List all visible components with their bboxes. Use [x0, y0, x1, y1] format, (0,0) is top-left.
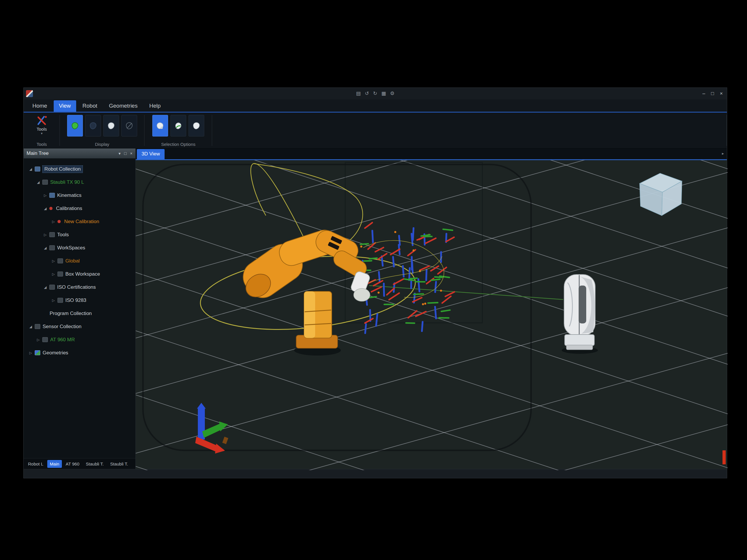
tree-expander-icon[interactable]: ◢	[42, 285, 48, 289]
tree-expander-icon[interactable]: ▷	[35, 338, 41, 342]
panel-close-icon[interactable]: ×	[130, 151, 132, 156]
kinematics-icon	[49, 193, 55, 198]
reference-cube-model[interactable]	[640, 173, 682, 216]
panel-pin-icon[interactable]: □	[124, 151, 126, 156]
tree-item-at960-mr[interactable]: ▷ AT 960 MR	[24, 333, 135, 346]
tab-help[interactable]: Help	[144, 100, 166, 112]
tree-item-global[interactable]: ▷ Global	[24, 254, 135, 267]
application-window: ▤ ↺ ↻ ▦ ⚙ – □ × Home View Robot Geometri…	[23, 87, 727, 478]
minimize-button[interactable]: –	[702, 91, 705, 97]
app-logo-icon	[26, 90, 33, 97]
tree-item-new-calibration[interactable]: ▷ New Calibration	[24, 215, 135, 228]
sidebar-tab-main[interactable]: Main	[47, 460, 62, 468]
tree-expander-icon[interactable]: ▷	[42, 233, 48, 237]
tree-item-kinematics[interactable]: ▷ Kinematics	[24, 189, 135, 202]
tree-item-geometries[interactable]: ▷ Geometries	[24, 346, 135, 359]
3d-viewport[interactable]	[136, 160, 727, 469]
quick-access-icon-2[interactable]: ↺	[365, 90, 369, 97]
maximize-button[interactable]: □	[711, 91, 714, 97]
main-tree-panel: Main Tree ▾ □ × ◢ Robot Collection ◢ Sta…	[24, 149, 136, 469]
sidebar-tab-staubli-2[interactable]: Staubli T.	[107, 460, 130, 468]
tree-item-sensor-collection[interactable]: ◢ Sensor Collection	[24, 320, 135, 333]
ribbon-empty-space	[212, 113, 727, 148]
tree-item-iso-9283[interactable]: ▷ ISO 9283	[24, 294, 135, 307]
tree-item-workspaces[interactable]: ◢ WorkSpaces	[24, 241, 135, 254]
shaded-mode-icon	[106, 121, 116, 131]
close-button[interactable]: ×	[720, 91, 723, 97]
robot-icon	[42, 180, 48, 185]
tab-home[interactable]: Home	[27, 100, 53, 112]
tree-expander-icon[interactable]: ▷	[50, 259, 56, 263]
hidden-line-mode-icon	[124, 121, 134, 131]
tree-expander-icon[interactable]: ◢	[28, 325, 33, 329]
workspace-icon	[57, 259, 63, 263]
workspace-icon	[57, 271, 63, 276]
tree-item-iso-certifications[interactable]: ◢ ISO Certifications	[24, 281, 135, 294]
tab-geometries[interactable]: Geometries	[104, 100, 143, 112]
sensor-collection-icon	[35, 324, 40, 329]
certification-icon	[57, 298, 63, 303]
panel-menu-icon[interactable]: ▾	[119, 151, 121, 156]
tab-view[interactable]: View	[54, 100, 76, 112]
display-wireframe-button[interactable]	[85, 115, 101, 136]
sidebar-tab-at960[interactable]: AT 960	[63, 460, 82, 468]
calibration-icon	[49, 207, 53, 210]
tools-folder-icon	[49, 232, 55, 237]
calibration-pose-cloud	[358, 222, 454, 333]
robot-collection-icon	[35, 166, 40, 171]
tree-item-calibrations[interactable]: ◢ Calibrations	[24, 202, 135, 215]
laser-beam-line	[369, 286, 563, 299]
quick-access-icon-5[interactable]: ⚙	[390, 90, 394, 97]
select-points-button[interactable]	[188, 115, 204, 136]
workspaces-icon	[49, 245, 55, 250]
tree-expander-icon[interactable]: ◢	[42, 207, 48, 211]
calibration-icon	[57, 220, 61, 223]
tools-button[interactable]: Tools ▾	[31, 114, 53, 135]
quick-access-icon-4[interactable]: ▦	[381, 90, 386, 97]
tree-expander-icon[interactable]: ▷	[50, 272, 56, 276]
tree-item-program-collection[interactable]: Program Collection	[24, 307, 135, 320]
viewport-alert-marker	[722, 450, 726, 464]
select-frames-button[interactable]	[171, 115, 186, 136]
render-mode-icon	[70, 121, 80, 131]
quick-access-toolbar: ▤ ↺ ↻ ▦ ⚙	[356, 90, 394, 97]
crossed-tools-icon	[36, 115, 48, 127]
tree-expander-icon[interactable]: ▷	[50, 298, 56, 302]
tab-overflow-icon[interactable]: ▸	[722, 151, 724, 156]
tab-robot[interactable]: Robot	[77, 100, 103, 112]
tree-expander-icon[interactable]: ▷	[50, 220, 56, 224]
certification-icon	[49, 285, 55, 290]
quick-access-icon-1[interactable]: ▤	[356, 90, 361, 97]
select-parts-icon	[155, 121, 165, 131]
tree-item-box-workspace[interactable]: ▷ Box Workspace	[24, 267, 135, 281]
select-frames-icon	[173, 121, 183, 131]
wireframe-mode-icon	[88, 121, 98, 131]
display-shaded-button[interactable]	[103, 115, 119, 136]
tab-3d-view[interactable]: 3D View	[137, 149, 164, 159]
ribbon-group-display: Display	[60, 113, 145, 148]
tree-item-tools[interactable]: ▷ Tools	[24, 228, 135, 241]
sidebar-tab-staubli-1[interactable]: Staubli T.	[83, 460, 106, 468]
sidebar-tab-robot-l[interactable]: Robot L	[25, 460, 46, 468]
tree-expander-icon[interactable]: ◢	[35, 180, 41, 184]
ribbon-group-tools: Tools ▾ Tools	[24, 113, 60, 148]
tree-expander-icon[interactable]: ▷	[28, 351, 33, 355]
title-bar: ▤ ↺ ↻ ▦ ⚙ – □ ×	[24, 88, 727, 100]
tree-expander-icon[interactable]: ◢	[42, 246, 48, 250]
ribbon: Tools ▾ Tools	[24, 113, 727, 149]
status-bar	[24, 469, 727, 478]
display-hidden-line-button[interactable]	[121, 115, 137, 136]
tree-expander-icon[interactable]: ▷	[42, 193, 48, 197]
panel-title: Main Tree	[27, 151, 49, 156]
tree-item-robot-collection[interactable]: ◢ Robot Collection	[24, 162, 135, 176]
ribbon-tab-bar: Home View Robot Geometries Help	[24, 100, 727, 112]
tree-expander-icon[interactable]: ◢	[28, 167, 33, 171]
laser-tracker-model[interactable]	[562, 274, 598, 354]
select-parts-button[interactable]	[152, 115, 168, 136]
document-tab-strip: 3D View ▸	[136, 149, 727, 159]
laser-tracker-icon	[42, 337, 48, 342]
quick-access-icon-3[interactable]: ↻	[373, 90, 377, 97]
tools-dropdown-icon[interactable]: ▾	[41, 132, 43, 135]
display-render-button[interactable]	[67, 115, 83, 136]
tree-item-staubli-tx90l[interactable]: ◢ Staubli TX 90 L	[24, 176, 135, 189]
